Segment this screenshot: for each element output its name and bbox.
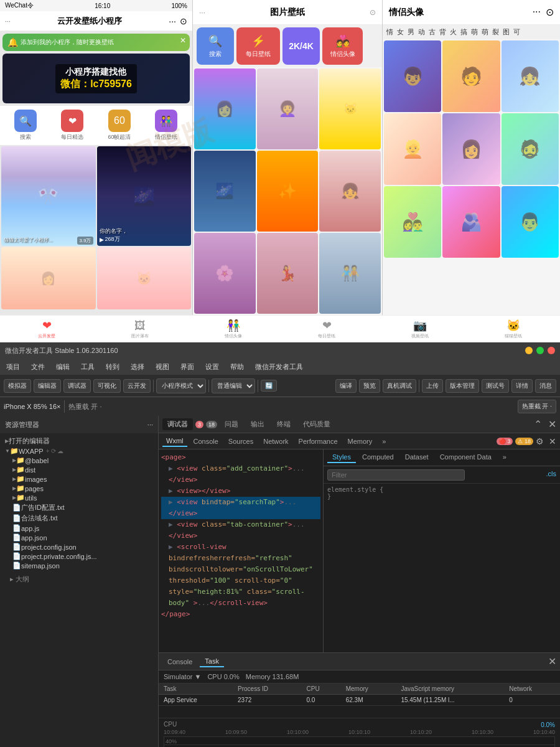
couple-photo-3[interactable]: 👧 [502,40,559,112]
debugger-btn[interactable]: 调试器 [63,379,91,393]
folder-dist[interactable]: ▶ 📁 dist [0,465,158,474]
menu-view[interactable]: 视图 [153,362,172,372]
file-ad-config[interactable]: 📄 广告ID配置.txt [0,502,158,513]
console-close[interactable]: ✕ [548,655,556,667]
file-app-json[interactable]: 📄 app.json [0,533,158,542]
close-devtools-icon[interactable]: ✕ [549,436,556,446]
search-icon-btn[interactable]: 🔍 搜索 [14,110,37,141]
tag-qing[interactable]: 情 [386,27,393,37]
version-btn[interactable]: 版本管理 [446,379,479,393]
inner-tab-performance[interactable]: Performance [295,436,342,446]
wallpaper-cartoon[interactable]: 🐱 [97,247,192,309]
file-app-js[interactable]: 📄 app.js [0,524,158,533]
styles-filter-input[interactable] [327,469,465,481]
simulator-btn[interactable]: 模拟器 [4,379,31,393]
tag-nan[interactable]: 男 [408,27,414,37]
couple-photo-8[interactable]: 🫂 [442,186,500,258]
inner-tab-wxml[interactable]: Wxml [162,436,187,447]
styles-tab-component[interactable]: Component Data [435,452,497,463]
couple-photo-2[interactable]: 🧑 [442,40,500,112]
devtools-collapse[interactable]: ⌃ [534,418,542,430]
hd-icon-btn[interactable]: 60 60帧超清 [108,110,131,141]
mid-wp-8[interactable]: 💃 [257,233,319,314]
preview-btn[interactable]: 预览 [359,379,380,393]
mid-wp-2[interactable]: 👩‍🦱 [257,68,319,149]
tab-issues[interactable]: 问题 [220,418,243,430]
middle-4k-btn[interactable]: 2K/4K [282,27,320,65]
folder-pages[interactable]: ▶ 📁 pages [0,484,158,493]
menu-interface[interactable]: 界面 [178,362,197,372]
inner-tab-more[interactable]: » [378,436,390,446]
upload-btn[interactable]: 上传 [422,379,443,393]
mode-select[interactable]: 小程序模式 [156,378,206,393]
menu-goto[interactable]: 转到 [103,362,122,372]
wxml-search-tap[interactable]: ▶ <view bindtap="searchTap">...</view> [161,497,320,519]
minimize-btn[interactable] [525,347,533,354]
compiler-select[interactable]: 普通编辑 [212,378,255,393]
inner-tab-console[interactable]: Console [190,436,222,446]
tag-lie[interactable]: 裂 [492,27,499,37]
inner-tab-memory[interactable]: Memory [344,436,376,446]
explorer-more[interactable]: ··· [147,421,153,428]
tag-nv[interactable]: 女 [397,27,404,37]
console-tab-task[interactable]: Task [200,656,224,667]
tab-debugger[interactable]: 调试器 [162,418,193,430]
menu-project[interactable]: 项目 [4,362,22,372]
mid-wp-5[interactable]: ✨ [257,151,319,232]
daily-icon-btn[interactable]: ❤ 每日精选 [61,110,83,141]
tag-dong[interactable]: 动 [418,27,425,37]
mnav-couple[interactable]: 👫 情侣头像 [225,319,242,339]
crop-btn[interactable]: 热重截 开 · [518,400,556,413]
test-btn[interactable]: 测试号 [482,379,509,393]
tag-bei[interactable]: 背 [439,27,446,37]
styles-tab-more[interactable]: » [498,452,511,463]
project-root[interactable]: ▼ 📁 WXAPP + ⟳ ☁ [0,446,158,456]
open-editors-toggle[interactable]: ▶ 打开的编辑器 [0,436,158,446]
visual-btn[interactable]: 可视化 [93,379,121,393]
notification-close[interactable]: ✕ [180,36,186,45]
mid-wp-6[interactable]: 👧 [319,151,381,232]
right-circle-icon[interactable]: ⊙ [546,6,554,18]
file-project-private[interactable]: 📄 project.private.config.js... [0,552,158,561]
styles-tab-dataset[interactable]: Dataset [400,452,434,463]
menu-help[interactable]: 帮助 [228,362,246,372]
wxml-scroll-view[interactable]: ▶ <scroll-view bindrefresherrefresh="ref… [161,542,320,609]
menu-tools[interactable]: 工具 [78,362,97,372]
detail-btn[interactable]: 详情 [511,379,533,393]
console-tab-console[interactable]: Console [162,657,197,667]
mid-wp-7[interactable]: 🌸 [194,233,256,314]
menu-wechat-devtools[interactable]: 微信开发者工具 [253,362,306,372]
couple-icon-btn[interactable]: 👫 情侣壁纸 [155,110,177,141]
tag-meng[interactable]: 萌 [471,27,478,37]
menu-file[interactable]: 文件 [29,362,47,372]
refresh-btn[interactable]: 🔄 [261,380,277,392]
folder-babel[interactable]: ▶ 📁 @babel [0,456,158,465]
couple-photo-5[interactable]: 👩 [442,113,500,185]
mid-wp-9[interactable]: 🧑‍🤝‍🧑 [319,233,381,314]
wallpaper-anime[interactable]: 🎌 猫猫太可爱了小程序... 3.9万 [1,146,96,246]
couple-photo-6[interactable]: 🧔 [502,113,559,185]
styles-tab-styles[interactable]: Styles [327,452,356,463]
settings-icon[interactable]: ⚙ [536,436,544,446]
tab-output[interactable]: 输出 [246,418,269,430]
mid-wp-4[interactable]: 🌌 [194,151,256,232]
tab-code-quality[interactable]: 代码质量 [298,418,335,430]
maximize-btn[interactable] [536,347,544,354]
devtools-close[interactable]: ✕ [548,418,556,430]
cls-label[interactable]: .cls [546,470,557,477]
menu-edit[interactable]: 编辑 [54,362,72,372]
tag-huo[interactable]: 火 [450,27,457,37]
couple-photo-7[interactable]: 👩‍❤️‍👨 [384,186,441,258]
tag-gu[interactable]: 古 [429,27,436,37]
inner-tab-sources[interactable]: Sources [225,436,257,446]
close-btn[interactable] [548,347,555,354]
couple-photo-4[interactable]: 👱 [384,113,441,185]
compile-btn[interactable]: 编译 [335,379,357,393]
real-device-btn[interactable]: 真机调试 [383,379,416,393]
message-btn[interactable]: 消息 [535,379,556,393]
wxml-view-empty[interactable]: ▶ <view></view> [161,486,320,497]
mid-wp-3[interactable]: 🐱 [319,68,381,149]
tag-gao[interactable]: 搞 [460,27,467,37]
styles-tab-computed[interactable]: Computed [357,452,399,463]
inner-tab-network[interactable]: Network [259,436,292,446]
